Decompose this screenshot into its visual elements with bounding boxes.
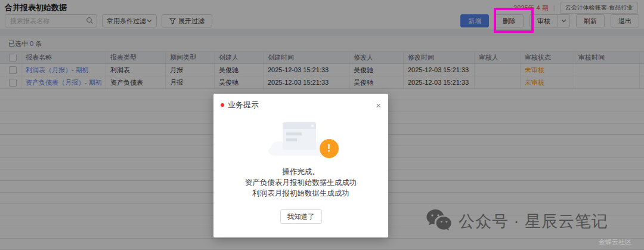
dialog-title: 业务提示 [228,100,259,110]
document-card-icon [283,122,316,150]
message-line: 利润表月报初始数据生成成功 [245,188,357,199]
confirm-button[interactable]: 我知道了 [280,209,322,224]
wechat-icon [426,209,453,234]
watermark: 公众号 · 星辰云笔记 [426,209,608,234]
community-watermark: 金蝶云社区 [599,237,631,246]
dialog-header: 业务提示 × [213,94,388,113]
dialog-message: 操作完成。 资产负债表月报初始数据生成成功 利润表月报初始数据生成成功 [245,166,357,199]
business-prompt-dialog: 业务提示 × ! 操作完成。 资产负债表月报初始数据生成成功 利润表月报初始数据… [213,94,388,237]
message-line: 资产负债表月报初始数据生成成功 [245,177,357,188]
watermark-text: 公众号 · 星辰云笔记 [459,211,608,232]
dialog-body: ! 操作完成。 资产负债表月报初始数据生成成功 利润表月报初始数据生成成功 我知… [213,113,388,237]
exclamation-icon: ! [320,139,339,158]
close-icon[interactable]: × [376,101,381,110]
annotation-highlight-box [494,8,534,33]
message-line: 操作完成。 [245,166,357,177]
alert-illustration: ! [268,120,334,157]
red-dot-icon [221,103,224,107]
